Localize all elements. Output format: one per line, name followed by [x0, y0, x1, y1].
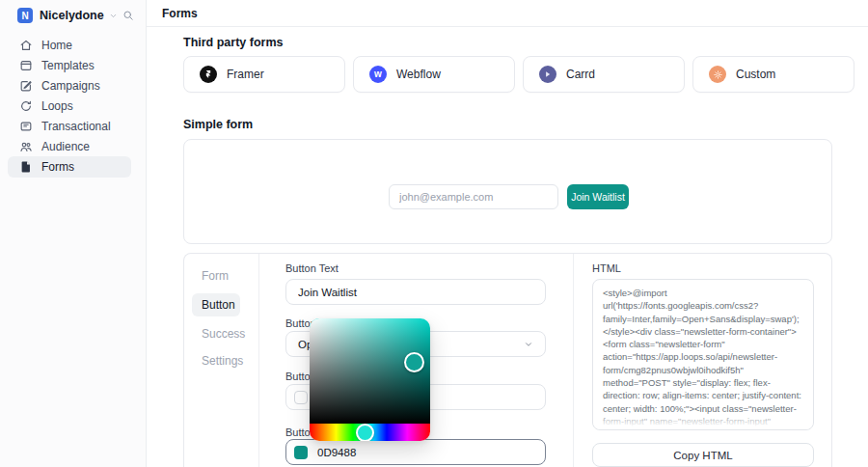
form-preview-card: Join Waitlist	[183, 139, 832, 244]
button-color-input[interactable]	[285, 439, 546, 465]
webflow-card[interactable]: w Webflow	[353, 56, 515, 93]
tab-success[interactable]: Success	[202, 327, 245, 341]
teal-color-swatch[interactable]	[294, 446, 308, 459]
home-icon	[19, 39, 33, 52]
preview-email-input[interactable]	[389, 184, 558, 209]
sidebar: N Nicelydone Home Templates Campaigns	[0, 0, 147, 467]
saturation-handle[interactable]	[404, 352, 424, 372]
sidebar-item-forms[interactable]: Forms	[8, 156, 131, 178]
divider	[573, 254, 574, 467]
search-icon[interactable]	[122, 10, 134, 21]
white-color-swatch[interactable]	[294, 391, 308, 404]
html-code-block[interactable]: <style>@import url('https://fonts.google…	[592, 279, 814, 430]
loops-icon	[19, 99, 33, 113]
color-picker-popup	[310, 318, 430, 441]
sidebar-item-label: Loops	[41, 99, 73, 113]
sidebar-item-label: Transactional	[41, 120, 111, 133]
third-party-forms-heading: Third party forms	[183, 36, 284, 49]
forms-icon	[19, 160, 33, 174]
sidebar-item-label: Forms	[41, 160, 74, 174]
carrd-icon	[539, 66, 556, 83]
hue-slider[interactable]	[310, 424, 430, 441]
transactional-icon	[19, 120, 33, 133]
button-text-label: Button Text	[285, 262, 339, 274]
framer-card[interactable]: Framer	[183, 56, 345, 93]
sidebar-item-label: Home	[41, 39, 72, 52]
card-label: Framer	[227, 68, 264, 81]
tab-settings[interactable]: Settings	[202, 354, 243, 368]
custom-card[interactable]: Custom	[692, 56, 854, 93]
campaigns-icon	[19, 79, 33, 93]
hue-handle[interactable]	[356, 424, 374, 441]
card-label: Custom	[736, 68, 775, 81]
hex-color-field[interactable]	[317, 447, 491, 458]
sidebar-item-campaigns[interactable]: Campaigns	[8, 75, 131, 96]
html-panel-label: HTML	[592, 262, 621, 274]
third-party-cards: Framer w Webflow Carrd Custom	[183, 56, 854, 93]
tab-button[interactable]: Button	[192, 293, 240, 316]
page-title: Forms	[162, 7, 198, 20]
button-text-input[interactable]	[285, 279, 546, 305]
join-waitlist-button[interactable]: Join Waitlist	[567, 184, 629, 209]
sidebar-item-transactional[interactable]: Transactional	[8, 116, 131, 136]
sidebar-item-label: Campaigns	[41, 79, 100, 93]
carrd-card[interactable]: Carrd	[523, 56, 685, 93]
app-window: N Nicelydone Home Templates Campaigns	[0, 0, 868, 467]
workspace-logo: N	[17, 8, 33, 23]
card-label: Webflow	[396, 68, 441, 81]
workspace-switcher[interactable]: N Nicelydone	[0, 0, 146, 31]
sidebar-item-templates[interactable]: Templates	[8, 55, 131, 75]
editor-tabs: Form Button Success Settings	[184, 254, 259, 467]
card-label: Carrd	[566, 68, 595, 81]
chevron-down-icon	[524, 340, 533, 349]
sidebar-item-loops[interactable]: Loops	[8, 96, 131, 116]
sidebar-item-label: Templates	[41, 59, 95, 72]
page-header: Forms	[147, 0, 868, 27]
framer-icon	[200, 66, 217, 83]
audience-icon	[19, 140, 33, 153]
tab-form[interactable]: Form	[202, 269, 229, 283]
sidebar-item-label: Audience	[41, 140, 90, 153]
sidebar-item-audience[interactable]: Audience	[8, 136, 131, 156]
sidebar-item-home[interactable]: Home	[8, 35, 131, 55]
workspace-name: Nicelydone	[40, 9, 104, 22]
custom-icon	[709, 66, 726, 83]
sidebar-nav: Home Templates Campaigns Loops Transacti…	[0, 35, 146, 178]
main-content: Third party forms Framer w Webflow Carrd	[147, 27, 868, 467]
simple-form-heading: Simple form	[183, 118, 253, 131]
saturation-area[interactable]	[310, 318, 430, 424]
copy-html-button[interactable]: Copy HTML	[592, 443, 814, 467]
webflow-icon: w	[369, 66, 387, 83]
form-editor-panel: Form Button Success Settings Button Text…	[183, 253, 832, 467]
form-preview: Join Waitlist	[389, 184, 629, 209]
chevron-down-icon	[109, 12, 118, 20]
templates-icon	[19, 59, 33, 72]
